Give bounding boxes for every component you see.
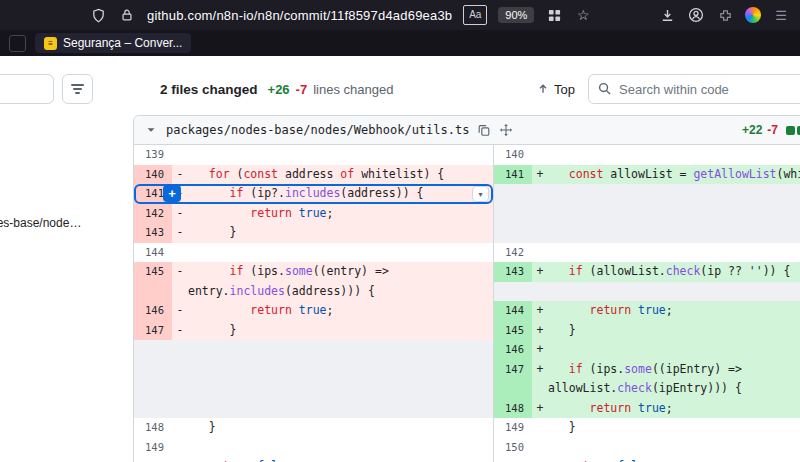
deletions-count: -7: [296, 82, 308, 97]
line-number[interactable]: 148: [494, 399, 532, 419]
chevron-down-icon[interactable]: [144, 123, 158, 137]
translate-icon[interactable]: Aa: [463, 5, 487, 25]
browser-toolbar: github.com/n8n-io/n8n/commit/11f8597d4ad…: [0, 0, 800, 30]
line-number[interactable]: 151: [494, 457, 532, 462]
diff-marker: +: [532, 321, 548, 341]
download-icon[interactable]: [658, 6, 676, 24]
diff-cell-right: [493, 223, 800, 243]
line-number[interactable]: 149: [134, 438, 172, 458]
diff-row: 147+ if (ips.some((ipEntry) =>: [134, 360, 800, 380]
diff-row: 148 }149 }: [134, 418, 800, 438]
line-number[interactable]: 142: [494, 243, 532, 263]
line-number[interactable]: 140: [134, 165, 172, 185]
line-number[interactable]: 150: [134, 457, 172, 462]
bookmark-star-icon[interactable]: ☆: [574, 6, 592, 24]
diff-marker: [532, 457, 548, 462]
line-number[interactable]: [494, 379, 532, 399]
line-number[interactable]: 148: [134, 418, 172, 438]
copy-path-icon[interactable]: [477, 123, 491, 137]
files-changed-summary: 2 files changed +26 -7 lines changed: [160, 74, 393, 104]
line-number[interactable]: 143: [134, 223, 172, 243]
line-actions-button[interactable]: ▾: [472, 186, 489, 202]
code-line: if (ips.some((ipEntry) =>: [548, 360, 800, 380]
code-line: return true;: [188, 204, 493, 224]
zoom-indicator[interactable]: 90%: [498, 7, 534, 23]
diff-cell-left: 143- }: [134, 223, 493, 243]
diffstat-square: [786, 126, 795, 135]
add-comment-button[interactable]: +: [163, 185, 181, 202]
additions-count: +26: [268, 82, 290, 97]
diff-row: 144142: [134, 243, 800, 263]
diffstat: [786, 126, 800, 135]
code-line: [188, 145, 493, 165]
filter-button[interactable]: [62, 74, 93, 104]
account-icon[interactable]: [687, 6, 705, 24]
diff-cell-left: 141- if (ip?.includes(address)) {+▾: [134, 184, 493, 204]
line-number[interactable]: 146: [134, 301, 172, 321]
code-line: [548, 438, 800, 458]
diff-cell-right: 140: [493, 145, 800, 165]
menu-icon[interactable]: ☰: [772, 6, 790, 24]
diff-row: allowList.check(ipEntry))) {: [134, 379, 800, 399]
code-line: if (ip?.includes(address)) {: [188, 184, 493, 204]
line-number[interactable]: 146: [494, 340, 532, 360]
search-input[interactable]: [588, 74, 800, 104]
code-line: [188, 243, 493, 263]
diff-cell-left: 140- for (const address of whitelist) {: [134, 165, 493, 185]
diff-row: entry.includes(address))) {: [134, 282, 800, 302]
code-line: [548, 340, 800, 360]
search-within-code: [588, 74, 800, 104]
line-number[interactable]: 145: [134, 262, 172, 282]
line-number[interactable]: 139: [134, 145, 172, 165]
line-number[interactable]: 143: [494, 262, 532, 282]
diff-row: 149150: [134, 438, 800, 458]
diff-cell-left: 148 }: [134, 418, 493, 438]
diff-marker: -: [172, 321, 188, 341]
sidebar-toggle-icon[interactable]: [9, 35, 26, 52]
line-number[interactable]: 144: [134, 243, 172, 263]
line-number[interactable]: 141: [494, 165, 532, 185]
diff-row: 147- }145+ }: [134, 321, 800, 341]
shield-icon[interactable]: [89, 6, 107, 24]
move-handle-icon[interactable]: [499, 123, 513, 137]
diff-row: 141- if (ip?.includes(address)) {+▾: [134, 184, 800, 204]
code-line: if (allowList.check(ip ?? '')) {: [548, 262, 800, 282]
app-window: github.com/n8n-io/n8n/commit/11f8597d4ad…: [0, 0, 800, 462]
extensions-puzzle-icon[interactable]: [716, 6, 734, 24]
extension-color-icon[interactable]: [745, 7, 761, 23]
line-number[interactable]: 149: [494, 418, 532, 438]
diff-cell-left: 142- return true;: [134, 204, 493, 224]
diff-row: 143- }: [134, 223, 800, 243]
diff-cell-right: [493, 204, 800, 224]
diff-marker: [172, 243, 188, 263]
code-line: allowList.check(ipEntry))) {: [548, 379, 800, 399]
diff-cell-left: [134, 399, 493, 419]
line-number[interactable]: 142: [134, 204, 172, 224]
browser-tab[interactable]: ≡ Segurança – Conver...: [35, 33, 191, 53]
diff-marker: +: [532, 399, 548, 419]
lock-icon[interactable]: [118, 6, 136, 24]
code-line: return false;: [548, 457, 800, 462]
diff-marker: [172, 282, 188, 302]
line-number[interactable]: 147: [494, 360, 532, 380]
line-number[interactable]: 140: [494, 145, 532, 165]
back-to-top-link[interactable]: Top: [537, 74, 575, 104]
grid-icon[interactable]: [545, 6, 563, 24]
diff-marker: +: [532, 360, 548, 380]
file-path[interactable]: packages/nodes-base/nodes/Webhook/utils.…: [166, 123, 469, 137]
line-number[interactable]: 150: [494, 438, 532, 458]
lines-changed-label: lines changed: [313, 82, 393, 97]
tab-favicon-icon: ≡: [44, 37, 57, 50]
file-tree-item[interactable]: les-base/node…: [0, 216, 81, 230]
diff-cell-right: 143+ if (allowList.check(ip ?? '')) {: [493, 262, 800, 282]
file-filter-input[interactable]: [0, 74, 54, 104]
diff-row: 145- if (ips.some((entry) =>143+ if (all…: [134, 262, 800, 282]
line-number[interactable]: [134, 282, 172, 302]
file-header: packages/nodes-base/nodes/Webhook/utils.…: [134, 116, 800, 145]
tab-title: Segurança – Conver...: [63, 36, 182, 50]
url-text[interactable]: github.com/n8n-io/n8n/commit/11f8597d4ad…: [147, 8, 452, 23]
line-number[interactable]: 147: [134, 321, 172, 341]
line-number[interactable]: 144: [494, 301, 532, 321]
diff-cell-right: 144+ return true;: [493, 301, 800, 321]
line-number[interactable]: 145: [494, 321, 532, 341]
